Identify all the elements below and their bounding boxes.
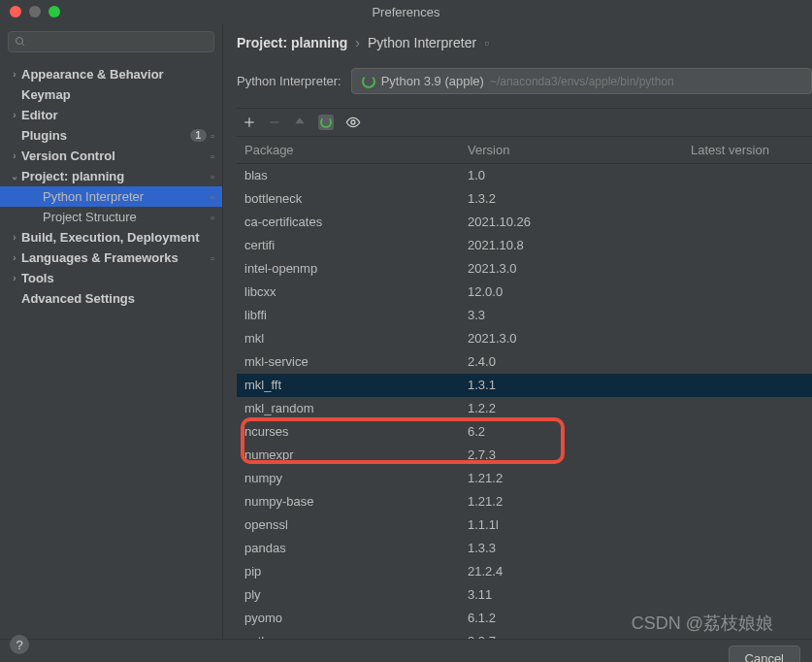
package-row[interactable]: numpy1.21.2 [237, 467, 812, 490]
config-scope-icon: ▫ [211, 130, 214, 142]
package-row[interactable]: pip21.2.4 [237, 560, 812, 583]
package-latest [691, 585, 804, 605]
sidebar-item-label: Tools [21, 271, 214, 285]
chevron-icon: ⌄ [8, 171, 21, 182]
sidebar-item-languages-frameworks[interactable]: ›Languages & Frameworks▫ [0, 248, 222, 268]
close-window-button[interactable] [10, 6, 21, 17]
package-version: 1.21.2 [468, 492, 691, 512]
package-toolbar [237, 108, 812, 137]
breadcrumb-separator: › [355, 35, 360, 50]
sidebar-item-python-interpreter[interactable]: Python Interpreter▫ [0, 186, 222, 207]
upgrade-package-button[interactable] [293, 116, 307, 129]
svg-point-5 [351, 120, 355, 124]
minimize-window-button[interactable] [29, 6, 41, 17]
package-version: 2.7.3 [468, 446, 691, 465]
sidebar-item-project-planning[interactable]: ⌄Project: planning▫ [0, 166, 222, 186]
package-name: python [244, 632, 468, 639]
package-row[interactable]: libffi3.3 [237, 304, 812, 327]
package-row[interactable]: libcxx12.0.0 [237, 281, 812, 304]
column-latest[interactable]: Latest version [691, 143, 804, 157]
package-row[interactable]: ncurses6.2 [237, 420, 812, 444]
interpreter-name: Python 3.9 (apple) [381, 74, 484, 88]
package-row[interactable]: pandas1.3.3 [237, 537, 812, 560]
package-row[interactable]: intel-openmp2021.3.0 [237, 257, 812, 281]
package-row[interactable]: ply3.11 [237, 583, 812, 607]
package-latest [691, 422, 804, 442]
help-button[interactable]: ? [10, 635, 29, 654]
search-icon [15, 36, 26, 48]
sidebar-item-advanced-settings[interactable]: Advanced Settings [0, 288, 222, 309]
package-version: 3.11 [468, 585, 691, 605]
add-package-button[interactable] [243, 116, 256, 129]
package-row[interactable]: python3.9.7 [237, 630, 812, 639]
settings-tree: ›Appearance & BehaviorKeymap›EditorPlugi… [0, 60, 222, 639]
interpreter-dropdown[interactable]: Python 3.9 (apple) ~/anaconda3/envs/appl… [351, 68, 812, 94]
package-version: 3.3 [468, 306, 691, 325]
interpreter-label: Python Interpreter: [237, 74, 341, 88]
package-row[interactable]: mkl2021.3.0 [237, 327, 812, 350]
package-name: ply [244, 585, 468, 605]
package-latest [691, 166, 804, 185]
breadcrumb-page: Python Interpreter [368, 35, 476, 50]
package-row[interactable]: pyomo6.1.2 [237, 607, 812, 630]
loading-spinner-icon [362, 75, 375, 88]
sidebar-item-keymap[interactable]: Keymap [0, 84, 222, 105]
eye-icon [345, 115, 361, 130]
sidebar-item-tools[interactable]: ›Tools [0, 268, 222, 288]
package-latest [691, 189, 804, 209]
badge: 1 [190, 129, 208, 142]
svg-point-0 [16, 38, 23, 45]
sidebar-item-version-control[interactable]: ›Version Control▫ [0, 146, 222, 166]
package-name: numpy-base [244, 492, 468, 512]
package-version: 1.3.1 [468, 376, 691, 395]
config-scope-icon: ▫ [484, 35, 489, 50]
package-row[interactable]: mkl_random1.2.2 [237, 397, 812, 420]
package-version: 1.3.3 [468, 539, 691, 558]
config-scope-icon: ▫ [211, 252, 214, 264]
conda-button[interactable] [318, 115, 334, 130]
sidebar-item-plugins[interactable]: Plugins1▫ [0, 125, 222, 146]
package-version: 2021.3.0 [468, 259, 691, 279]
package-row[interactable]: bottleneck1.3.2 [237, 187, 812, 211]
package-name: pip [244, 562, 468, 581]
package-row[interactable]: mkl-service2.4.0 [237, 350, 812, 374]
package-row[interactable]: certifi2021.10.8 [237, 234, 812, 257]
package-name: bottleneck [244, 189, 468, 209]
package-row[interactable]: numexpr2.7.3 [237, 444, 812, 467]
chevron-icon: › [8, 69, 21, 80]
package-table-header: Package Version Latest version [237, 137, 812, 164]
package-name: mkl [244, 329, 468, 348]
column-package[interactable]: Package [244, 143, 468, 157]
show-early-releases-button[interactable] [345, 115, 361, 130]
sidebar-item-label: Build, Execution, Deployment [21, 230, 214, 245]
package-row[interactable]: openssl1.1.1l [237, 513, 812, 537]
package-row[interactable]: blas1.0 [237, 164, 812, 187]
package-latest [691, 492, 804, 512]
package-name: numpy [244, 469, 468, 488]
sidebar-item-build-execution-deployment[interactable]: ›Build, Execution, Deployment [0, 227, 222, 248]
sidebar-item-project-structure[interactable]: Project Structure▫ [0, 207, 222, 227]
column-version[interactable]: Version [468, 143, 691, 157]
sidebar-item-label: Project Structure [43, 210, 211, 224]
package-version: 2021.10.8 [468, 236, 691, 255]
package-row[interactable]: ca-certificates2021.10.26 [237, 211, 812, 234]
package-latest [691, 399, 804, 418]
config-scope-icon: ▫ [211, 150, 214, 162]
package-name: pyomo [244, 609, 468, 628]
package-row[interactable]: mkl_fft1.3.1 [237, 374, 812, 397]
breadcrumb-project: Project: planning [237, 35, 347, 50]
sidebar-item-editor[interactable]: ›Editor [0, 105, 222, 125]
package-latest [691, 213, 804, 232]
package-version: 6.2 [468, 422, 691, 442]
package-name: certifi [244, 236, 468, 255]
package-row[interactable]: numpy-base1.21.2 [237, 490, 812, 513]
package-name: intel-openmp [244, 259, 468, 279]
package-latest [691, 446, 804, 465]
cancel-button[interactable]: Cancel [729, 645, 800, 662]
search-input[interactable] [8, 31, 214, 52]
sidebar-item-appearance-behavior[interactable]: ›Appearance & Behavior [0, 64, 222, 84]
package-table[interactable]: blas1.0bottleneck1.3.2ca-certificates202… [237, 164, 812, 639]
maximize-window-button[interactable] [49, 6, 60, 17]
package-name: libffi [244, 306, 468, 325]
remove-package-button[interactable] [268, 116, 281, 129]
